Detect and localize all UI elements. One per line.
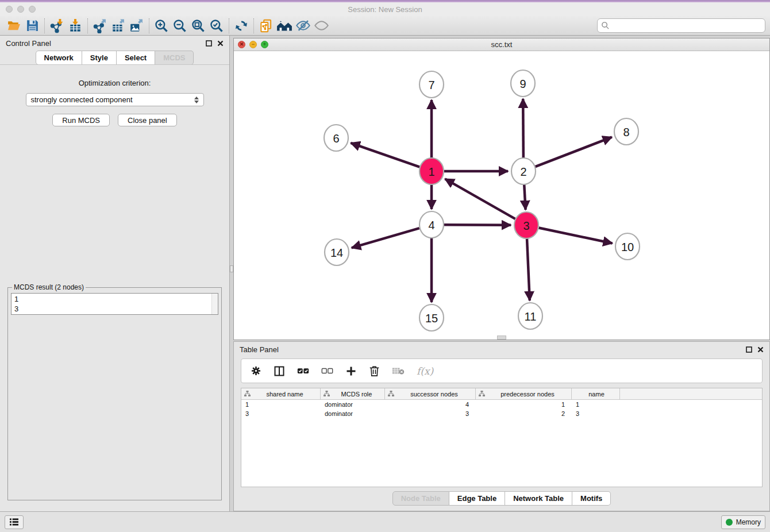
graph-edge-1-6[interactable]: [351, 143, 419, 167]
graph-edge-2-3[interactable]: [524, 184, 525, 210]
search-input[interactable]: [610, 22, 761, 30]
status-list-button[interactable]: [5, 515, 24, 529]
zoom-fit-icon: [191, 18, 206, 33]
search-icon: [601, 21, 610, 30]
import-table-button[interactable]: [66, 17, 84, 34]
tab-network[interactable]: Network: [36, 51, 82, 65]
close-panel-button[interactable]: [217, 40, 224, 47]
graph-node-label: 9: [519, 78, 526, 90]
result-scrollbar[interactable]: [211, 294, 218, 314]
export-table-icon: [111, 18, 126, 33]
graph-edge-3-10[interactable]: [539, 228, 613, 244]
close-panel-button[interactable]: [757, 346, 764, 353]
graph-edge-4-3[interactable]: [444, 225, 511, 225]
column-panel-button[interactable]: [274, 365, 285, 377]
tab-edge-table[interactable]: Edge Table: [449, 491, 505, 506]
column-header-successor-nodes[interactable]: successor nodes: [385, 388, 476, 399]
float-panel-button[interactable]: [746, 346, 752, 353]
column-label: shared name: [251, 391, 319, 398]
graph-edge-2-8[interactable]: [536, 137, 612, 167]
main-area: Control Panel Network Style Select MCDS …: [0, 36, 770, 511]
zoom-fit-button[interactable]: [189, 17, 207, 34]
column-label: predecessor nodes: [485, 391, 570, 398]
table-row[interactable]: 1dominator411: [241, 400, 762, 409]
table-cell[interactable]: 4: [385, 401, 476, 408]
table-cell[interactable]: dominator: [321, 410, 385, 417]
toolbar-separator: [149, 18, 149, 33]
zoom-out-button[interactable]: [171, 17, 189, 34]
float-panel-button[interactable]: [206, 40, 212, 47]
close-panel-button[interactable]: Close panel: [118, 114, 177, 126]
graph-node-label: 2: [520, 165, 526, 178]
first-neighbors-button[interactable]: [275, 17, 294, 34]
import-network-button[interactable]: [48, 17, 66, 34]
create-column-button[interactable]: [345, 365, 357, 377]
tab-motifs[interactable]: Motifs: [572, 491, 611, 506]
table-cell[interactable]: 3: [241, 410, 321, 417]
graph-edge-3-1[interactable]: [445, 179, 515, 219]
table-cell[interactable]: 1: [476, 401, 572, 408]
table-cell[interactable]: 1: [241, 401, 321, 408]
export-network-button[interactable]: [91, 17, 109, 34]
destroy-table-button[interactable]: [392, 367, 405, 375]
export-network-icon: [93, 18, 107, 33]
select-all-button[interactable]: [297, 367, 309, 375]
node-table-body: 1dominator4113dominator323: [241, 400, 762, 418]
delete-column-button[interactable]: [369, 365, 380, 377]
table-row[interactable]: 3dominator323: [241, 409, 762, 418]
show-all-button[interactable]: [312, 17, 330, 34]
tab-select[interactable]: Select: [117, 51, 155, 65]
table-cell[interactable]: 3: [572, 410, 620, 417]
run-mcds-button[interactable]: Run MCDS: [52, 114, 110, 126]
tab-style[interactable]: Style: [82, 51, 117, 65]
network-canvas[interactable]: 7968124314101511: [234, 51, 769, 340]
criterion-select[interactable]: strongly connected component: [26, 93, 204, 106]
table-cell[interactable]: 2: [476, 410, 572, 417]
deselect-all-button[interactable]: [321, 367, 333, 375]
export-table-button[interactable]: [109, 17, 128, 34]
app-title: Session: New Session: [0, 5, 770, 14]
function-builder-button[interactable]: f(x): [417, 365, 433, 377]
column-header-shared-name[interactable]: shared name: [241, 388, 321, 399]
tab-mcds[interactable]: MCDS: [155, 51, 194, 65]
save-session-button[interactable]: [23, 17, 41, 34]
mcds-result-text[interactable]: 1 3: [11, 294, 218, 314]
control-panel: Control Panel Network Style Select MCDS …: [0, 36, 230, 511]
zoom-in-button[interactable]: [152, 17, 171, 34]
refresh-layout-icon: [234, 18, 249, 33]
hide-selected-button[interactable]: [294, 17, 312, 34]
graph-edge-4-14[interactable]: [352, 228, 419, 248]
tab-network-table[interactable]: Network Table: [505, 491, 572, 506]
network-graph[interactable]: 7968124314101511: [234, 51, 769, 340]
graph-node-label: 14: [330, 246, 343, 259]
tab-label: Select: [125, 53, 147, 62]
tab-label: Edge Table: [457, 494, 496, 503]
minimize-view-button[interactable]: −: [249, 41, 257, 48]
table-toolbar: f(x): [241, 358, 763, 383]
column-label: MCDS role: [330, 391, 383, 398]
open-session-button[interactable]: [5, 17, 23, 34]
memory-button[interactable]: Memory: [721, 515, 765, 529]
column-header-mcds-role[interactable]: MCDS role: [321, 388, 385, 399]
close-view-button[interactable]: ✕: [238, 41, 245, 48]
clone-network-button[interactable]: [257, 17, 275, 34]
columns-icon: [274, 365, 285, 377]
zoom-selected-button[interactable]: [207, 17, 226, 34]
table-cell[interactable]: 1: [572, 401, 620, 408]
graph-edge-3-11[interactable]: [527, 238, 530, 300]
table-settings-button[interactable]: [251, 365, 261, 376]
column-header-name[interactable]: name: [572, 388, 620, 399]
table-cell[interactable]: 3: [385, 410, 476, 417]
view-splitter-handle[interactable]: [497, 336, 506, 340]
graph-edge-2-9[interactable]: [523, 99, 523, 159]
toolbar-separator: [44, 18, 45, 33]
plus-icon: [345, 365, 357, 377]
search-field[interactable]: [597, 18, 765, 33]
column-header-predecessor-nodes[interactable]: predecessor nodes: [476, 388, 572, 399]
export-image-button[interactable]: [128, 17, 146, 34]
maximize-view-button[interactable]: +: [261, 41, 268, 48]
tab-node-table[interactable]: Node Table: [392, 491, 449, 506]
table-cell[interactable]: dominator: [321, 401, 385, 408]
refresh-layout-button[interactable]: [232, 17, 251, 34]
app-titlebar: Session: New Session: [0, 2, 770, 16]
